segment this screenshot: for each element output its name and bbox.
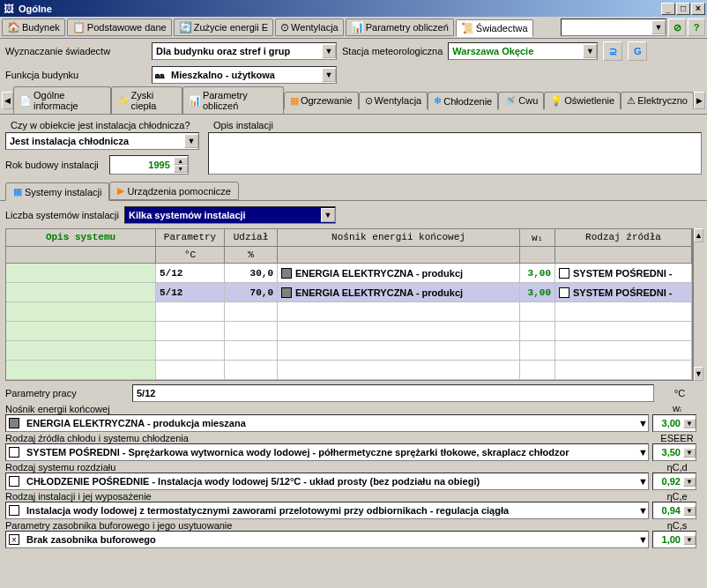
inst-select[interactable]: Instalacja wody lodowej z termostatyczny… [5, 502, 649, 519]
pink-dropdown[interactable]: ▼ [561, 19, 666, 36]
chevron-down-icon[interactable]: ▼ [683, 448, 696, 458]
wi-input[interactable]: 3,00▼ [652, 414, 696, 432]
pracy-input[interactable]: 5/12 [132, 384, 654, 402]
liczba-select[interactable]: Kilka systemów instalacji▼ [124, 206, 336, 224]
home-icon: 🏠 [7, 21, 20, 33]
nosnik-label: Nośnik energii końcowej [5, 404, 649, 414]
minimize-button[interactable]: _ [661, 3, 675, 15]
chevron-down-icon[interactable]: ▼ [321, 208, 335, 222]
ncs-label: ηC,s [652, 520, 702, 531]
innertab-urzadzenia[interactable]: ▶Urządzenia pomocnicze [109, 182, 238, 200]
chevron-down-icon[interactable]: ▼ [683, 477, 696, 487]
chart-icon: 📊 [189, 95, 201, 107]
chevron-down-icon[interactable]: ▼ [683, 535, 696, 545]
sub-tabstrip: ◀ 📄Ogólne informacje ✨Zyski ciepła 📊Para… [0, 86, 707, 115]
chevron-down-icon[interactable]: ▼ [683, 506, 696, 516]
subtab-chlodzenie[interactable]: ❄Chłodzenie [428, 92, 498, 110]
building-icon: 🏘 [153, 70, 167, 80]
spin-down[interactable]: ▼ [174, 165, 188, 173]
table-scrollbar[interactable]: ▲▼ [693, 228, 703, 381]
zasob-select[interactable]: ×Brak zasobnika buforowego▼ [5, 531, 649, 548]
system-select[interactable]: CHŁODZENIE POŚREDNIE - Instalacja wody l… [5, 473, 649, 490]
chevron-down-icon[interactable]: ▼ [322, 44, 336, 58]
wi-label: wᵢ [652, 403, 702, 414]
subtab-parametry[interactable]: 📊Parametry obliczeń [182, 86, 284, 114]
square-icon [9, 447, 19, 458]
chevron-down-icon[interactable]: ▼ [583, 44, 597, 58]
czy-select[interactable]: Jest instalacja chłodnicza▼ [5, 132, 199, 150]
subtab-oswietlenie[interactable]: 💡Oświetlenie [544, 92, 621, 109]
nosnik-select[interactable]: ENERGIA ELEKTRYCZNA - produkcja mieszana… [5, 414, 649, 432]
subtab-ogolne[interactable]: 📄Ogólne informacje [13, 86, 111, 114]
spin-up[interactable]: ▲ [174, 157, 188, 165]
rodzaj-src-label: Rodzaj źródła chłodu i systemu chłodzeni… [5, 433, 649, 443]
map-button-1[interactable]: ⊇ [603, 41, 622, 61]
innertab-systemy[interactable]: ▦Systemy instalacji [5, 182, 109, 201]
unit-pct: % [225, 247, 278, 263]
chevron-down-icon[interactable]: ▼ [651, 20, 666, 34]
ncs-input[interactable]: 1,00▼ [652, 531, 696, 548]
tab-podstawowe[interactable]: 📋Podstawowe dane [67, 19, 172, 36]
table-row[interactable] [6, 322, 692, 341]
maximize-button[interactable]: □ [676, 3, 690, 15]
chevron-down-icon[interactable]: ▼ [638, 534, 648, 545]
wyznaczanie-select[interactable]: Dla budynku oraz stref i grup▼ [152, 42, 337, 60]
opis-textarea[interactable] [208, 132, 702, 175]
th-opis: Opis systemu [6, 229, 156, 246]
scroll-up-icon: ▲ [694, 228, 703, 242]
tab-swiadectwa[interactable]: 📜Świadectwa [456, 19, 533, 37]
nce-input[interactable]: 0,94▼ [652, 502, 696, 519]
square-icon [281, 268, 292, 279]
water-icon: 🚿 [504, 95, 517, 107]
ncd-input[interactable]: 0,92▼ [652, 473, 696, 490]
table-row[interactable]: 5/12 70,0 ENERGIA ELEKTRYCZNA - produkcj… [6, 283, 692, 302]
warning-icon: ⚠ [627, 95, 636, 107]
grid-icon: ▦ [13, 186, 22, 197]
rok-label: Rok budowy instalacji [5, 158, 104, 172]
heat-icon: ▦ [290, 95, 299, 107]
chevron-down-icon[interactable]: ▼ [184, 134, 198, 148]
tab-wentylacja[interactable]: ⊙Wentylacja [275, 19, 344, 36]
zasob-label: Parametry zasobnika buforowego i jego us… [5, 520, 649, 531]
tabstrip-prev[interactable]: ◀ [2, 92, 13, 109]
tabstrip-next[interactable]: ▶ [694, 92, 705, 109]
tab-parametry[interactable]: 📊Parametry obliczeń [346, 19, 454, 36]
chevron-down-icon[interactable]: ▼ [683, 419, 696, 428]
tab-zuzycie[interactable]: 🔄Zużycie energii E [174, 19, 273, 36]
chevron-down-icon[interactable]: ▼ [638, 447, 648, 458]
chevron-down-icon[interactable]: ▼ [638, 505, 648, 516]
eseer-input[interactable]: 3,50▼ [652, 443, 696, 461]
funkcja-select[interactable]: 🏘Mieszkalno - użytkowa▼ [152, 66, 337, 84]
square-icon [9, 418, 19, 428]
table-row[interactable] [6, 341, 692, 361]
th-parametry: Parametry [156, 229, 225, 246]
help-button-1[interactable]: ⊘ [668, 19, 686, 36]
close-button[interactable]: × [691, 3, 705, 15]
table-row[interactable]: 5/12 30,0 ENERGIA ELEKTRYCZNA - produkcj… [6, 264, 692, 283]
stacja-select[interactable]: Warszawa Okęcie▼ [448, 42, 598, 60]
chevron-down-icon[interactable]: ▼ [638, 418, 648, 428]
th-udzial: Udział [225, 229, 278, 246]
tab-budynek[interactable]: 🏠Budynek [2, 19, 65, 36]
subtab-ogrzewanie[interactable]: ▦Ogrzewanie [284, 92, 359, 109]
subtab-elektryczno[interactable]: ⚠Elektryczno [621, 92, 694, 109]
titlebar: 🖼 Ogólne _ □ × [0, 0, 707, 17]
square-icon [559, 268, 569, 279]
system-label: Rodzaj systemu rozdziału [5, 462, 649, 473]
table-row[interactable] [6, 302, 692, 322]
chart-icon: 📊 [351, 21, 364, 33]
chevron-down-icon[interactable]: ▼ [322, 68, 336, 82]
rodzaj-src-select[interactable]: SYSTEM POŚREDNI - Sprężarkowa wytwornica… [5, 443, 649, 461]
subtab-wentylacja[interactable]: ⊙Wentylacja [359, 92, 428, 109]
subtab-cwu[interactable]: 🚿Cwu [498, 92, 544, 109]
map-button-2[interactable]: G [628, 41, 647, 61]
scroll-down-icon: ▼ [694, 367, 703, 381]
rok-input[interactable]: 1995 ▲▼ [109, 155, 189, 175]
funkcja-label: Funkcja budynku [5, 70, 146, 80]
subtab-zyski[interactable]: ✨Zyski ciepła [111, 86, 182, 114]
table-row[interactable] [6, 361, 692, 380]
chevron-down-icon[interactable]: ▼ [638, 476, 648, 487]
help-button-2[interactable]: ? [688, 19, 705, 36]
x-icon: × [9, 534, 19, 545]
eseer-label: ESEER [652, 433, 702, 443]
